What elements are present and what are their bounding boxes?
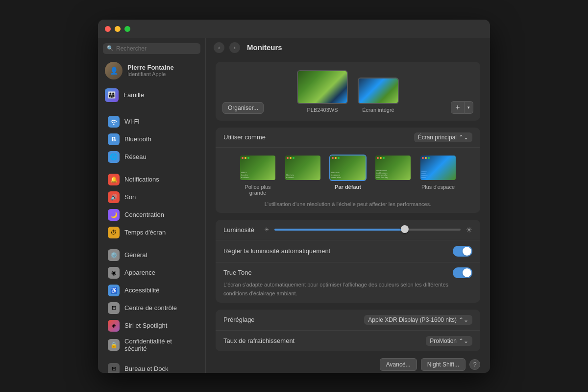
sidebar-item-label-conf: Confidentialité et sécurité [124,338,196,352]
centre-icon: ⊞ [108,302,120,314]
reseau-icon: 🌐 [108,151,120,163]
prereglage-value: Apple XDR Display (P3-1600 nits) [368,316,457,323]
res-option-plus[interactable]: ■■■■■■■■■■■■■■■■■■■■■■■ Plus d'espace [419,155,457,196]
sidebar-item-wifi[interactable]: Wi-Fi [101,113,202,130]
sidebar-item-bureau[interactable]: ⊟ Bureau et Dock [101,361,202,373]
family-row[interactable]: 👨‍👩‍👧 Famille [98,85,205,105]
sidebar-item-general[interactable]: ⚙️ Général [101,247,202,263]
auto-brightness-toggle[interactable] [453,246,472,257]
add-monitor-button[interactable]: + ▾ [451,101,473,114]
monitor-item-2[interactable]: Écran intégré [358,78,399,113]
taux-label: Taux de rafraîchissement [223,337,294,344]
utiliser-chevron-icon: ⌃⌄ [459,134,468,141]
user-profile[interactable]: 👤 Pierre Fontaine Identifiant Apple [98,58,205,83]
prereglage-dropdown[interactable]: Apple XDR Display (P3-1600 nits) ⌃⌄ [364,315,472,325]
night-shift-button[interactable]: Night Shift... [421,358,466,371]
sidebar-item-concentration[interactable]: 🌙 Concentration [101,207,202,223]
minimize-button[interactable] [115,26,121,32]
conf-icon: 🔒 [108,339,120,351]
title-bar [98,20,490,38]
notifications-icon: 🔔 [108,174,120,185]
main-panel: ‹ › Moniteurs Organiser... PLB2403WS [206,38,490,373]
utiliser-section: Utiliser comme Écran principal ⌃⌄ [216,128,480,213]
avatar: 👤 [105,62,122,79]
sidebar-item-siri[interactable]: ◈ Siri et Spotlight [101,317,202,334]
sidebar-item-conf[interactable]: 🔒 Confidentialité et sécurité [101,335,202,355]
sidebar-item-label-general: Général [124,251,147,259]
monitor-laptop-image [359,78,398,103]
family-label: Famille [123,91,144,99]
brightness-section: Luminosité ☀ ☀ Régler la luminosité auto… [216,220,480,303]
sidebar-item-reseau[interactable]: 🌐 Réseau [101,149,202,165]
true-tone-description: L'écran s'adapte automatiquement pour op… [223,282,448,296]
concentration-icon: 🌙 [108,209,120,221]
res-option-mid1[interactable]: Here's totroublem... - [284,155,321,196]
bottom-buttons: Avancé... Night Shift... ? [216,358,480,371]
plus-icon[interactable]: + [451,101,465,114]
brightness-slider[interactable] [274,229,461,231]
bureau-icon: ⊟ [108,363,120,373]
sidebar-item-accessibilite[interactable]: ♿ Accessibilité [101,282,202,299]
res-preview-plus: ■■■■■■■■■■■■■■■■■■■■■■■ [419,155,457,181]
res-image-grande: Here'show thetroublem... [240,156,275,180]
sidebar-item-son[interactable]: 🔊 Son [101,189,202,206]
sidebar-item-label-son: Son [124,193,136,201]
resolution-options: Here'show thetroublem... Police plusgran… [223,155,472,196]
res-image-mid1: Here's totroublem... [285,156,320,180]
taux-dropdown[interactable]: ProMotion ⌃⌄ [426,336,472,346]
res-option-default[interactable]: Here's to ttroublemaoreso adso Par défau… [329,155,367,196]
brightness-label: Luminosité [223,226,254,234]
prereglage-chevron-icon: ⌃⌄ [459,316,468,323]
monitor-label-1: PLB2403WS [307,107,338,113]
utiliser-value: Écran principal [418,134,457,141]
help-button[interactable]: ? [469,359,480,370]
close-button[interactable] [105,26,111,32]
sidebar-item-temps[interactable]: ⏱ Temps d'écran [101,224,202,241]
monitor-item-1[interactable]: PLB2403WS [297,70,348,113]
back-button[interactable]: ‹ [214,42,224,53]
sidebar-item-label-siri: Siri et Spotlight [124,322,167,329]
user-name: Pierre Fontaine [127,64,174,71]
son-icon: 🔊 [108,191,120,203]
res-image-default: Here's to ttroublemaoreso adso [330,156,366,180]
content-area: 🔍 👤 Pierre Fontaine Identifiant Apple 👨‍… [98,38,490,373]
utiliser-row: Utiliser comme Écran principal ⌃⌄ [216,128,480,148]
monitor-thumb-1 [297,70,348,104]
window: 🔍 👤 Pierre Fontaine Identifiant Apple 👨‍… [98,20,490,373]
avance-button[interactable]: Avancé... [380,358,417,371]
utiliser-dropdown[interactable]: Écran principal ⌃⌄ [414,132,472,142]
res-label-default: Par défaut [335,184,361,190]
sidebar-item-centre[interactable]: ⊞ Centre de contrôle [101,300,202,316]
sidebar-item-label-temps: Temps d'écran [124,229,166,236]
sidebar-item-apparence[interactable]: ◉ Apparence [101,264,202,281]
monitor-label-2: Écran intégré [362,107,394,113]
brightness-row: Luminosité ☀ ☀ [216,220,480,240]
sidebar-item-notifications[interactable]: 🔔 Notifications [101,171,202,188]
search-box[interactable]: 🔍 [103,43,200,54]
auto-brightness-row: Régler la luminosité automatiquement [216,240,480,262]
wifi-icon [108,116,120,128]
monitor-main-image [298,71,347,103]
sidebar-item-label-centre: Centre de contrôle [124,304,177,312]
res-preview-mid2: here's to the atroublemakers.ones who al… [374,155,412,181]
res-option-grande[interactable]: Here'show thetroublem... Police plusgran… [239,155,276,196]
chevron-down-icon[interactable]: ▾ [465,101,473,114]
maximize-button[interactable] [124,26,130,32]
panel-header: ‹ › Moniteurs [206,38,490,57]
panel-title: Moniteurs [247,43,282,52]
sidebar-item-label-reseau: Réseau [124,153,147,160]
apparence-icon: ◉ [108,267,120,279]
forward-button[interactable]: › [229,42,240,53]
sun-small-icon: ☀ [264,226,270,233]
sidebar-item-bluetooth[interactable]: B Bluetooth [101,131,202,148]
organiser-button[interactable]: Organiser... [222,102,264,114]
search-input[interactable] [116,45,196,52]
true-tone-row: True Tone L'écran s'adapte automatiqueme… [216,262,480,303]
res-option-mid2[interactable]: here's to the atroublemakers.ones who al… [374,155,412,196]
prereglage-section: Préréglage Apple XDR Display (P3-1600 ni… [216,310,480,351]
prereglage-label: Préréglage [223,316,255,323]
sidebar-item-label-accessibilite: Accessibilité [124,287,160,294]
panel-content: Organiser... PLB2403WS Écran intégré [206,57,490,373]
true-tone-toggle[interactable] [453,267,472,278]
auto-brightness-label: Régler la luminosité automatiquement [223,247,330,255]
